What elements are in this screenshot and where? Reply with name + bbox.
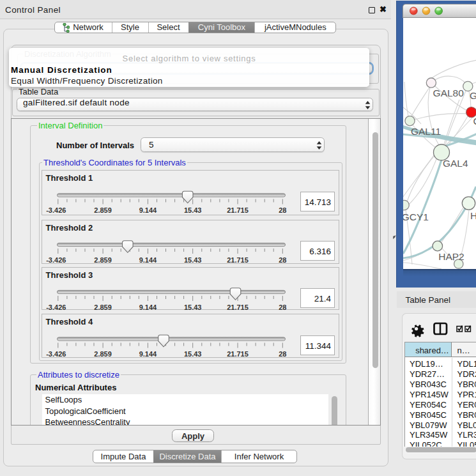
svg-text:GAL11: GAL11 xyxy=(411,126,441,137)
svg-text:HAP2: HAP2 xyxy=(438,251,464,262)
svg-text:GA: GA xyxy=(470,90,476,101)
svg-text:H: H xyxy=(470,210,476,221)
svg-text:GAL4: GAL4 xyxy=(443,158,468,169)
svg-text:GAL80: GAL80 xyxy=(433,88,464,98)
svg-text:C: C xyxy=(473,116,476,127)
svg-text:GCY1: GCY1 xyxy=(403,211,429,222)
